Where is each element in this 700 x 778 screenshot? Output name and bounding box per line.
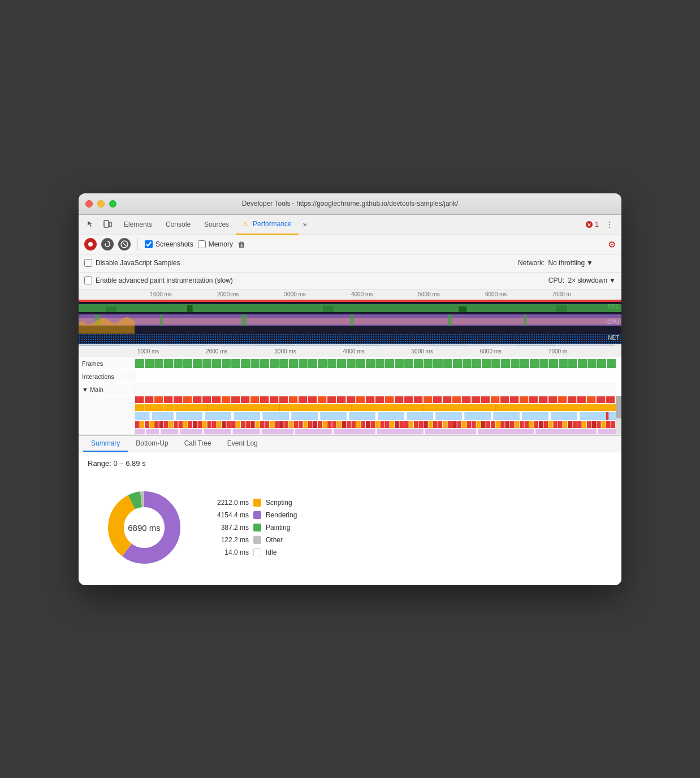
frame-block [299, 359, 308, 368]
tab-sources[interactable]: Sources [197, 215, 236, 235]
svg-rect-43 [193, 396, 201, 403]
tab-performance[interactable]: ⚠ Performance [236, 215, 299, 235]
svg-rect-185 [462, 421, 466, 428]
svg-rect-0 [104, 221, 109, 227]
svg-rect-79 [539, 396, 547, 403]
svg-rect-38 [145, 396, 153, 403]
svg-rect-204 [554, 421, 558, 428]
svg-rect-162 [352, 421, 356, 428]
interactions-content [135, 370, 616, 383]
right-scrollbar4[interactable] [616, 396, 621, 434]
rendering-value: 4154.4 ms [206, 511, 249, 519]
svg-rect-155 [318, 421, 322, 428]
svg-rect-81 [558, 396, 567, 403]
memory-checkbox[interactable]: Memory [198, 240, 233, 248]
clear-button[interactable] [118, 238, 131, 250]
svg-marker-4 [105, 243, 106, 245]
svg-rect-77 [520, 396, 528, 403]
fps-row: FPS [79, 302, 621, 314]
time-mark-5: 5000 ms [417, 291, 485, 297]
svg-rect-227 [424, 429, 425, 434]
paint-option[interactable]: Enable advanced paint instrumentation (s… [84, 276, 233, 284]
device-icon[interactable] [100, 217, 115, 232]
disable-js-option[interactable]: Disable JavaScript Samples [84, 259, 180, 267]
svg-rect-139 [241, 421, 245, 428]
time-ruler-overview: 1000 ms 2000 ms 3000 ms 4000 ms 5000 ms … [79, 289, 621, 300]
svg-rect-144 [265, 421, 270, 428]
network-dropdown[interactable]: No throttling ▼ [548, 259, 593, 267]
svg-rect-164 [361, 421, 366, 428]
svg-rect-40 [164, 396, 172, 403]
svg-rect-175 [414, 421, 418, 428]
svg-line-6 [123, 243, 126, 246]
svg-rect-202 [544, 421, 548, 428]
svg-rect-193 [500, 421, 505, 428]
svg-rect-176 [419, 421, 424, 428]
screenshots-input[interactable] [145, 240, 153, 248]
svg-rect-159 [337, 421, 342, 428]
memory-input[interactable] [198, 240, 206, 248]
svg-rect-163 [356, 421, 361, 428]
svg-rect-223 [260, 429, 262, 434]
tab-console[interactable]: Console [159, 215, 197, 235]
summary-legend: 2212.0 ms Scripting 4154.4 ms Rendering … [206, 499, 297, 556]
svg-rect-12 [556, 305, 567, 312]
disable-js-checkbox[interactable] [84, 259, 92, 267]
tmark-3: 3000 ms [273, 348, 342, 355]
traffic-lights [85, 200, 116, 208]
svg-rect-107 [347, 412, 349, 420]
flame-svg-2 [135, 404, 616, 412]
network-throttle-group: Network: No throttling ▼ [518, 259, 593, 267]
svg-rect-42 [183, 396, 192, 403]
tab-event-log[interactable]: Event Log [219, 436, 266, 452]
close-button[interactable] [85, 200, 93, 208]
tab-more[interactable]: » [299, 221, 312, 228]
frame-block [250, 359, 260, 368]
maximize-button[interactable] [109, 200, 116, 208]
svg-rect-108 [375, 412, 378, 420]
svg-rect-104 [260, 412, 262, 420]
svg-rect-49 [250, 396, 259, 403]
paint-checkbox[interactable] [84, 276, 92, 284]
svg-rect-199 [529, 421, 534, 428]
main-header-label[interactable]: ▼ Main [79, 384, 135, 395]
title-bar: Developer Tools - https://googlechrome.g… [79, 193, 621, 215]
rendering-label: Rendering [266, 511, 297, 519]
svg-rect-115 [577, 412, 580, 420]
reload-button[interactable] [101, 238, 114, 250]
tab-elements[interactable]: Elements [117, 215, 159, 235]
svg-rect-110 [433, 412, 435, 420]
svg-rect-16 [160, 314, 163, 326]
svg-rect-177 [424, 421, 428, 428]
tab-call-tree[interactable]: Call Tree [176, 436, 219, 452]
more-options-icon[interactable]: ⋮ [602, 217, 617, 232]
svg-rect-120 [150, 421, 154, 428]
trash-button[interactable]: 🗑 [237, 240, 245, 249]
record-button[interactable] [84, 238, 97, 250]
frame-block [597, 359, 606, 368]
svg-rect-230 [597, 429, 598, 434]
screenshots-checkbox[interactable]: Screenshots [145, 240, 193, 248]
frame-block [375, 359, 384, 368]
legend-rendering: 4154.4 ms Rendering [206, 511, 297, 519]
tab-summary[interactable]: Summary [83, 436, 128, 452]
frames-blocks [135, 357, 616, 370]
inspect-icon[interactable] [83, 217, 98, 232]
svg-rect-19 [448, 314, 452, 326]
svg-rect-130 [198, 421, 202, 428]
svg-rect-168 [381, 421, 385, 428]
flame-row-3 [135, 412, 616, 421]
scripting-value: 2212.0 ms [206, 499, 249, 507]
minimize-button[interactable] [97, 200, 105, 208]
svg-rect-186 [467, 421, 472, 428]
svg-rect-128 [188, 421, 193, 428]
svg-rect-116 [606, 412, 608, 420]
svg-rect-225 [332, 429, 334, 434]
svg-rect-58 [337, 396, 345, 403]
tab-bottom-up[interactable]: Bottom-Up [128, 436, 176, 452]
error-badge[interactable]: ✕ 1 [585, 221, 599, 228]
cpu-dropdown[interactable]: 2× slowdown ▼ [568, 276, 616, 284]
fps-visualization [79, 302, 621, 314]
settings-button[interactable]: ⚙ [608, 239, 616, 250]
svg-rect-73 [481, 396, 490, 403]
